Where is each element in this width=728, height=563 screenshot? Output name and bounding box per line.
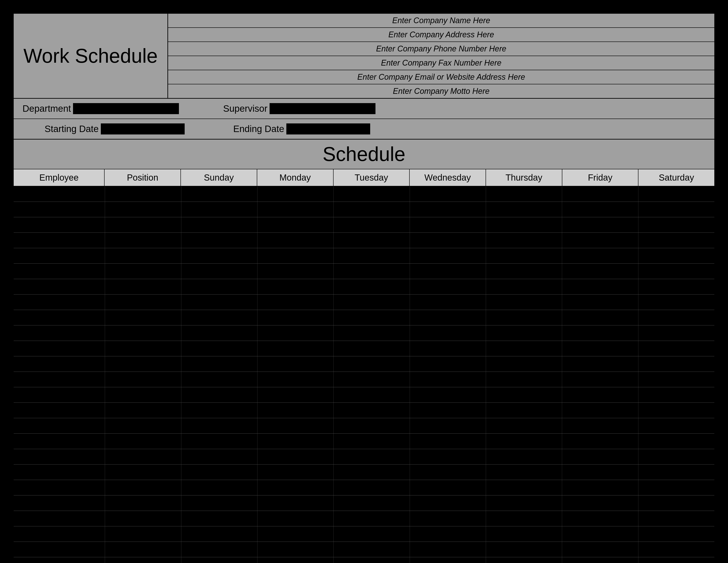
table-cell[interactable]	[181, 557, 257, 563]
table-cell[interactable]	[105, 557, 181, 563]
table-cell[interactable]	[562, 557, 638, 563]
company-motto-field[interactable]: Enter Company Motto Here	[168, 84, 714, 98]
table-cell[interactable]	[486, 186, 562, 201]
table-cell[interactable]	[410, 403, 486, 418]
table-cell[interactable]	[486, 233, 562, 248]
company-phone-field[interactable]: Enter Company Phone Number Here	[168, 42, 714, 56]
table-row[interactable]	[14, 403, 714, 418]
table-cell[interactable]	[181, 217, 257, 232]
supervisor-input[interactable]	[270, 103, 375, 114]
table-cell[interactable]	[181, 341, 257, 356]
table-cell[interactable]	[638, 356, 714, 372]
table-cell[interactable]	[181, 356, 257, 372]
table-cell[interactable]	[105, 511, 181, 526]
table-cell[interactable]	[181, 511, 257, 526]
table-cell[interactable]	[257, 326, 334, 341]
table-cell[interactable]	[334, 526, 410, 542]
table-cell[interactable]	[14, 202, 105, 217]
table-cell[interactable]	[410, 217, 486, 232]
table-cell[interactable]	[257, 542, 334, 557]
table-cell[interactable]	[410, 542, 486, 557]
table-cell[interactable]	[257, 480, 334, 495]
table-cell[interactable]	[257, 295, 334, 310]
table-cell[interactable]	[257, 495, 334, 511]
table-cell[interactable]	[334, 542, 410, 557]
table-cell[interactable]	[105, 480, 181, 495]
table-cell[interactable]	[105, 326, 181, 341]
table-cell[interactable]	[334, 387, 410, 403]
table-cell[interactable]	[638, 465, 714, 480]
table-cell[interactable]	[257, 449, 334, 464]
table-cell[interactable]	[410, 295, 486, 310]
table-cell[interactable]	[181, 526, 257, 542]
table-cell[interactable]	[14, 495, 105, 511]
table-cell[interactable]	[105, 295, 181, 310]
table-cell[interactable]	[14, 372, 105, 387]
table-cell[interactable]	[181, 449, 257, 464]
table-cell[interactable]	[334, 310, 410, 325]
table-cell[interactable]	[410, 557, 486, 563]
table-cell[interactable]	[257, 372, 334, 387]
table-cell[interactable]	[410, 263, 486, 279]
table-cell[interactable]	[562, 186, 638, 201]
table-cell[interactable]	[638, 326, 714, 341]
table-cell[interactable]	[334, 418, 410, 433]
table-cell[interactable]	[486, 403, 562, 418]
table-cell[interactable]	[105, 434, 181, 449]
table-cell[interactable]	[638, 310, 714, 325]
table-row[interactable]	[14, 326, 714, 341]
table-cell[interactable]	[410, 202, 486, 217]
starting-date-input[interactable]	[101, 123, 185, 134]
table-cell[interactable]	[486, 526, 562, 542]
table-cell[interactable]	[638, 186, 714, 201]
table-cell[interactable]	[14, 526, 105, 542]
table-cell[interactable]	[181, 186, 257, 201]
table-cell[interactable]	[410, 526, 486, 542]
table-cell[interactable]	[638, 495, 714, 511]
table-cell[interactable]	[257, 217, 334, 232]
table-cell[interactable]	[14, 542, 105, 557]
table-cell[interactable]	[562, 434, 638, 449]
table-cell[interactable]	[486, 387, 562, 403]
table-cell[interactable]	[334, 263, 410, 279]
table-cell[interactable]	[257, 233, 334, 248]
table-cell[interactable]	[181, 542, 257, 557]
table-cell[interactable]	[562, 248, 638, 263]
table-cell[interactable]	[486, 372, 562, 387]
table-cell[interactable]	[638, 511, 714, 526]
table-cell[interactable]	[638, 295, 714, 310]
table-cell[interactable]	[486, 279, 562, 294]
table-cell[interactable]	[334, 279, 410, 294]
table-cell[interactable]	[105, 418, 181, 433]
table-cell[interactable]	[105, 387, 181, 403]
table-cell[interactable]	[334, 202, 410, 217]
table-cell[interactable]	[638, 202, 714, 217]
table-cell[interactable]	[105, 495, 181, 511]
table-cell[interactable]	[181, 233, 257, 248]
table-cell[interactable]	[562, 295, 638, 310]
table-cell[interactable]	[105, 186, 181, 201]
table-cell[interactable]	[638, 434, 714, 449]
table-cell[interactable]	[486, 495, 562, 511]
table-cell[interactable]	[334, 233, 410, 248]
table-cell[interactable]	[486, 310, 562, 325]
table-cell[interactable]	[638, 248, 714, 263]
table-cell[interactable]	[181, 310, 257, 325]
table-cell[interactable]	[562, 217, 638, 232]
table-cell[interactable]	[638, 217, 714, 232]
table-cell[interactable]	[334, 495, 410, 511]
table-cell[interactable]	[105, 341, 181, 356]
table-cell[interactable]	[410, 495, 486, 511]
table-row[interactable]	[14, 295, 714, 310]
table-cell[interactable]	[257, 279, 334, 294]
table-cell[interactable]	[562, 465, 638, 480]
table-cell[interactable]	[410, 372, 486, 387]
table-cell[interactable]	[181, 465, 257, 480]
table-row[interactable]	[14, 217, 714, 233]
table-cell[interactable]	[486, 217, 562, 232]
table-cell[interactable]	[486, 434, 562, 449]
table-row[interactable]	[14, 449, 714, 465]
table-cell[interactable]	[486, 465, 562, 480]
table-cell[interactable]	[181, 202, 257, 217]
table-row[interactable]	[14, 248, 714, 263]
